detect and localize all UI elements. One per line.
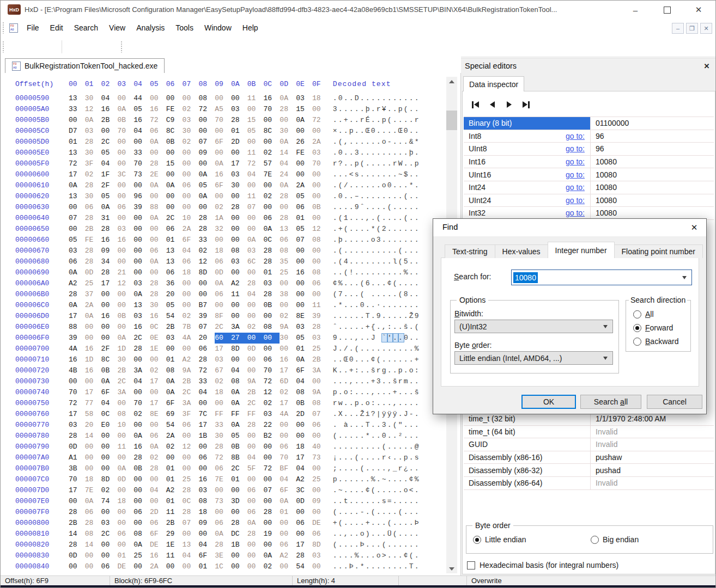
menu-edit[interactable]: Edit <box>45 21 69 35</box>
hex-byte[interactable]: 00 <box>117 191 134 202</box>
hex-byte[interactable]: 00 <box>198 289 215 300</box>
hex-byte[interactable]: 25 <box>85 278 101 289</box>
hex-byte[interactable]: 1B <box>198 431 215 442</box>
hex-byte[interactable]: 72 <box>69 398 85 409</box>
hex-byte[interactable]: 8D <box>231 344 247 354</box>
hex-byte[interactable]: 69 <box>166 409 183 420</box>
hex-byte[interactable]: 00 <box>312 191 329 202</box>
hex-byte[interactable]: 18 <box>312 93 329 104</box>
hex-byte[interactable]: 08 <box>166 365 183 376</box>
hex-byte[interactable]: 44 <box>134 93 150 104</box>
hex-byte[interactable]: 0A <box>150 442 166 452</box>
hex-byte[interactable]: 0A <box>85 496 101 507</box>
hex-byte[interactable]: 00 <box>312 213 329 224</box>
inspector-row[interactable]: UInt8go to:96 <box>464 143 714 156</box>
little-endian-radio[interactable]: Little endian <box>473 535 526 544</box>
hex-byte[interactable]: 02 <box>215 376 231 387</box>
hex-byte[interactable]: 01 <box>166 354 183 365</box>
hex-byte[interactable]: 20 <box>198 333 215 344</box>
hex-byte[interactable]: 00 <box>280 278 296 289</box>
hex-byte[interactable]: 00 <box>231 311 247 322</box>
hex-byte[interactable]: 6F <box>215 137 231 148</box>
hex-byte[interactable]: 00 <box>247 180 264 191</box>
decoded-text[interactable]: ..+..rÉ..p(....r <box>333 115 420 126</box>
hex-byte[interactable]: 30 <box>231 180 247 191</box>
hex-byte[interactable]: 54 <box>166 311 183 322</box>
hex-byte[interactable]: 08 <box>312 267 329 278</box>
direction-all-radio[interactable]: All <box>633 310 654 318</box>
hex-byte[interactable]: 25 <box>312 344 329 354</box>
decoded-text[interactable]: +(....+...(....Þ <box>333 518 420 529</box>
hex-byte[interactable]: 28 <box>247 420 264 431</box>
hex-byte[interactable]: 02 <box>264 148 280 158</box>
hex-byte[interactable]: 16 <box>280 354 296 365</box>
hex-byte[interactable]: 8D <box>101 474 118 485</box>
hex-byte[interactable]: 00 <box>280 431 296 442</box>
window-minimize-button[interactable]: – <box>623 1 648 19</box>
hex-byte[interactable]: 06 <box>183 256 199 267</box>
hex-byte[interactable]: 13 <box>166 246 183 256</box>
hex-byte[interactable]: 00 <box>101 442 118 452</box>
hex-byte[interactable]: 28 <box>101 267 118 278</box>
hex-byte[interactable]: 01 <box>166 496 183 507</box>
hex-byte[interactable]: 0A <box>215 158 231 169</box>
hex-byte[interactable]: 12 <box>198 256 215 267</box>
hex-byte[interactable]: 30 <box>117 354 134 365</box>
hex-byte[interactable]: 06 <box>85 507 101 518</box>
hex-byte[interactable]: 02 <box>198 246 215 256</box>
hex-byte[interactable]: 03 <box>166 333 183 344</box>
hex-byte[interactable]: 0A <box>134 289 150 300</box>
hex-byte[interactable]: 00 <box>134 224 150 235</box>
find-tab-integer-number[interactable]: Integer number <box>548 242 615 258</box>
hex-byte[interactable]: 14 <box>85 431 101 442</box>
hex-byte[interactable]: 0D <box>69 442 85 452</box>
hex-byte[interactable]: 00 <box>247 474 264 485</box>
hex-byte[interactable]: DE <box>150 540 166 550</box>
mdi-minimize-button[interactable]: – <box>672 23 684 34</box>
hex-byte[interactable]: 0B <box>312 202 329 213</box>
hex-byte[interactable]: 28 <box>150 278 166 289</box>
hex-byte[interactable]: 0A <box>247 518 264 529</box>
hex-byte[interactable]: 28 <box>264 256 280 267</box>
hex-byte[interactable]: 00 <box>150 235 166 246</box>
hex-byte[interactable]: 00 <box>296 278 312 289</box>
find-dialog-titlebar[interactable]: Find ✕ <box>433 219 706 236</box>
hex-byte[interactable]: E0 <box>101 420 118 431</box>
tab-data-inspector[interactable]: Data inspector <box>463 76 524 91</box>
hex-byte[interactable]: 01 <box>280 507 296 518</box>
hex-byte[interactable]: 05 <box>69 235 85 246</box>
hex-byte[interactable]: 15 <box>166 158 183 169</box>
hex-byte[interactable]: A2 <box>166 485 183 496</box>
hex-byte[interactable]: 03 <box>134 278 150 289</box>
hex-byte[interactable]: 38 <box>280 289 296 300</box>
hex-byte[interactable]: 0A <box>117 333 134 344</box>
hex-byte[interactable]: 00 <box>264 474 280 485</box>
inspector-row-value[interactable]: pushad <box>591 466 714 475</box>
hex-byte[interactable]: 40 <box>312 442 329 452</box>
hex-byte[interactable]: 07 <box>296 235 312 246</box>
hex-byte[interactable]: 24 <box>280 169 296 180</box>
hex-byte[interactable]: 00 <box>117 540 134 550</box>
hex-byte[interactable]: 00 <box>85 376 101 387</box>
window-close-button[interactable]: ✕ <box>686 1 711 19</box>
big-endian-radio[interactable]: Big endian <box>591 535 639 544</box>
hex-byte[interactable]: 2B <box>166 322 183 333</box>
hex-byte[interactable]: 25 <box>312 474 329 485</box>
hex-byte[interactable]: 00 <box>150 267 166 278</box>
decoded-text[interactable]: ....9ˆ....(..... <box>333 202 420 213</box>
hex-byte[interactable]: 28 <box>264 246 280 256</box>
hex-byte[interactable]: 00 <box>117 485 134 496</box>
hex-byte[interactable]: 72 <box>247 158 264 169</box>
hex-byte[interactable]: 17 <box>69 311 85 322</box>
hex-byte[interactable]: 06 <box>312 278 329 289</box>
hex-byte[interactable]: 28 <box>247 529 264 540</box>
hex-byte[interactable]: 4B <box>69 365 85 376</box>
hex-byte[interactable]: 16 <box>101 104 118 115</box>
hex-byte[interactable]: 06 <box>296 518 312 529</box>
hex-byte[interactable]: 35 <box>280 256 296 267</box>
hex-byte[interactable]: 0B <box>117 115 134 126</box>
decoded-text[interactable]: (....Þ...(...... <box>333 540 420 550</box>
hex-byte[interactable]: 06 <box>280 235 296 246</box>
goto-link[interactable]: go to: <box>566 170 585 179</box>
hex-byte[interactable]: 70 <box>280 452 296 463</box>
